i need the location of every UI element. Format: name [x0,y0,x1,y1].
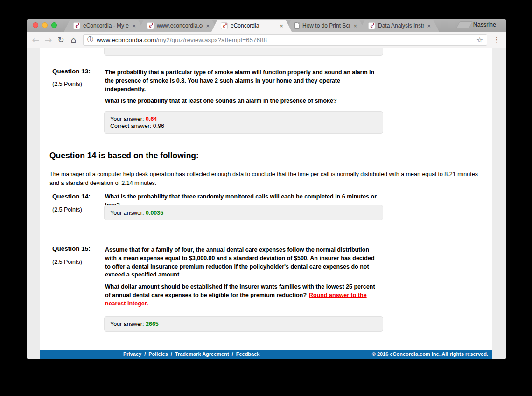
correct-answer-row: Correct answer: 0.96 [110,123,377,130]
correct-answer-value: 0.96 [153,123,164,129]
question15-paragraph2: What dollar amount should be established… [105,283,378,308]
new-tab-button[interactable] [456,21,473,28]
footer-separator: / [171,350,172,359]
your-answer-label: Your answer: [110,116,144,122]
your-answer-value: 0.64 [146,116,157,122]
question13-paragraph1: The probability that a particular type o… [105,69,377,93]
tab-title: www.econcordia.co [157,22,203,29]
question13-paragraph2: What is the probability that at least on… [105,97,377,106]
feedback-link[interactable]: Feedback [236,350,260,359]
url-host: www.econcordia.com [97,36,156,43]
your-answer-row: Your answer: 0.64 [110,116,377,123]
econcordia-favicon-icon: e [73,22,80,29]
question14-label: Question 14: [52,193,91,200]
back-button-icon[interactable]: ← [29,35,42,44]
tab-title: How to do Print Scr [302,22,350,29]
econcordia-favicon-icon: e [368,22,375,29]
question13-label: Question 13: [52,68,91,75]
tab-title: eConcordia [231,22,277,29]
fullscreen-window-button[interactable] [51,22,57,28]
footer-links: Privacy / Policies / Trademark Agreement… [123,350,259,359]
profile-name[interactable]: Nassrine [473,21,496,28]
question15-answer-box: Your answer: 2665 [104,316,383,332]
tab-econcordia-www[interactable]: e www.econcordia.co × [138,20,218,32]
econcordia-favicon-icon: e [221,22,228,29]
question15-points: (2.5 Points) [52,259,82,265]
page-footer: Privacy / Policies / Trademark Agreement… [40,350,492,359]
home-button-icon[interactable]: ⌂ [67,35,80,44]
browser-menu-icon[interactable]: ⋮ [493,35,500,44]
tab-list: e eConcordia - My eC × e www.econcordia.… [64,20,433,32]
your-answer-row: Your answer: 2665 [110,321,377,328]
answer-box-partial: Your answer: 0.99 [104,48,383,56]
footer-separator: / [144,350,146,359]
footer-copyright: © 2016 eConcordia.com Inc. All rights re… [372,350,488,359]
quiz-review-page: Your answer: 0.99 Question 13: (2.5 Poin… [40,48,492,359]
your-answer-label: Your answer: [110,210,144,216]
question15-paragraph1: Assume that for a family of four, the an… [105,246,378,279]
question14-points: (2.5 Points) [52,206,82,213]
tab-close-icon[interactable]: × [206,23,210,29]
tab-print-screen-help[interactable]: How to do Print Scr × [285,20,365,32]
footer-separator: / [232,350,233,359]
tab-close-icon[interactable]: × [353,23,357,29]
question14-section-heading: Question 14 is based on the following: [49,151,199,161]
tab-econcordia-my[interactable]: e eConcordia - My eC × [64,20,144,32]
tab-econcordia-active[interactable]: e eConcordia × [211,20,292,32]
question14-intro-paragraph: The manager of a computer help desk oper… [49,170,480,188]
window-controls [33,22,57,28]
close-window-button[interactable] [33,22,38,28]
address-bar[interactable]: ⓘ www.econcordia.com/my2/quiz/review.asp… [83,34,487,46]
correct-answer-label: Correct answer: [110,123,151,129]
browser-toolbar: ← → ↻ ⌂ ⓘ www.econcordia.com/my2/quiz/re… [27,32,506,48]
partial-answer-value: 0.99 [146,48,157,50]
page-info-icon[interactable]: ⓘ [87,35,93,44]
bookmark-star-icon[interactable]: ☆ [476,35,483,44]
your-answer-value: 2665 [146,321,159,327]
refresh-button-icon[interactable]: ↻ [55,36,67,44]
question13-points: (2.5 Points) [52,81,82,87]
forward-button-icon[interactable]: → [42,35,55,44]
question15-label: Question 15: [52,245,91,252]
policies-link[interactable]: Policies [148,350,168,359]
tab-data-analysis[interactable]: e Data Analysis Instru × [359,20,439,32]
url-text[interactable]: www.econcordia.com/my2/quiz/review.aspx?… [97,36,473,43]
minimize-window-button[interactable] [42,22,48,28]
question13-text: The probability that a particular type o… [105,69,377,109]
question13-answer-box: Your answer: 0.64 Correct answer: 0.96 [104,111,383,134]
document-favicon-icon [294,22,300,29]
tab-close-icon[interactable]: × [427,23,431,29]
question15-text: Assume that for a family of four, the an… [105,246,378,311]
partial-answer-row: Your answer: 0.99 [110,48,377,50]
url-path: /my2/quiz/review.aspx?attempt=657688 [156,36,267,43]
trademark-agreement-link[interactable]: Trademark Agreement [175,350,229,359]
question14-answer-box: Your answer: 0.0035 [104,205,383,220]
browser-window: e eConcordia - My eC × e www.econcordia.… [27,19,506,359]
econcordia-favicon-icon: e [147,22,154,29]
your-answer-value: 0.0035 [146,210,163,216]
page-viewport: Your answer: 0.99 Question 13: (2.5 Poin… [27,48,506,359]
privacy-link[interactable]: Privacy [123,350,141,359]
tab-title: Data Analysis Instru [378,22,424,29]
tab-close-icon[interactable]: × [280,23,283,29]
tab-title: eConcordia - My eC [83,22,129,29]
tab-close-icon[interactable]: × [132,23,136,29]
your-answer-row: Your answer: 0.0035 [110,210,377,217]
tab-strip: e eConcordia - My eC × e www.econcordia.… [27,19,506,32]
your-answer-label: Your answer: [110,321,144,327]
partial-answer-label: Your answer: [110,48,144,50]
